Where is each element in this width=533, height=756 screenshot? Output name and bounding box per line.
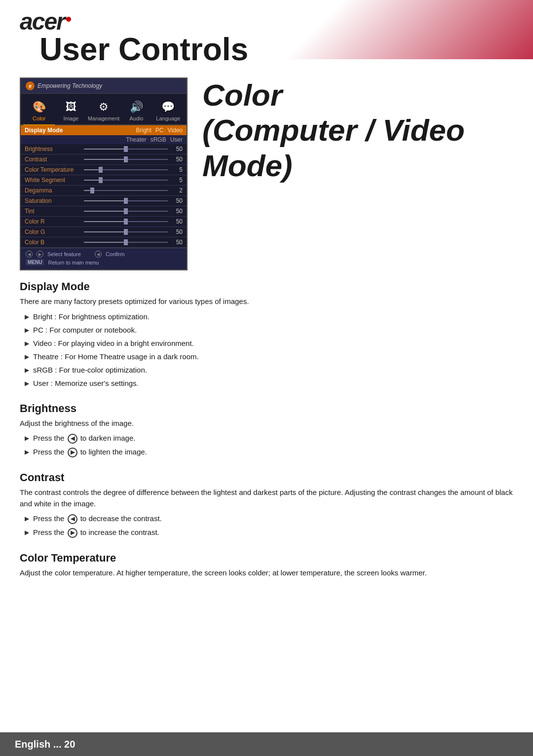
setting-color-g: Color G 50 <box>21 227 187 237</box>
osd-tab-color[interactable]: 🎨 Color <box>23 98 55 125</box>
mode-video[interactable]: Video <box>168 127 183 134</box>
osd-tab-language[interactable]: 💬 Language <box>152 98 184 124</box>
bullet-arrow-icon: ▶ <box>25 340 29 348</box>
management-tab-icon: ⚙ <box>95 100 113 114</box>
brightness-bullets: ▶ Press the ◀ to darken image. ▶ Press t… <box>20 433 513 457</box>
setting-color-r: Color R 50 <box>21 217 187 227</box>
list-item: ▶Video : For playing video in a bright e… <box>25 338 513 348</box>
language-tab-icon: 💬 <box>159 100 177 114</box>
contrast-bullets: ▶ Press the ◀ to decrease the contrast. … <box>20 513 513 538</box>
footer: English ... 20 <box>0 732 533 756</box>
right-arrow-btn: ▶ <box>68 528 77 538</box>
osd-tabs: 🎨 Color 🖼 Image ⚙ Management 🔊 Audio 💬 <box>21 94 187 125</box>
setting-contrast: Contrast 50 <box>21 154 187 165</box>
menu-btn[interactable]: MENU <box>26 259 44 265</box>
mode-row2: Theater sRGB User <box>21 135 187 144</box>
left-btn[interactable]: ◀ <box>26 251 33 258</box>
confirm-label: Confirm <box>106 251 125 257</box>
right-arrow-btn: ▶ <box>68 448 77 457</box>
setting-brightness: Brightness 50 <box>21 144 187 154</box>
brightness-title: Brightness <box>20 402 513 415</box>
mode-options-row1: Bright PC Video <box>136 127 183 134</box>
footer-text: English ... 20 <box>15 739 75 750</box>
image-tab-label: Image <box>63 115 78 121</box>
image-tab-icon: 🖼 <box>62 100 80 114</box>
menu-label: Return to main menu <box>48 260 99 265</box>
osd-header-text: Empowering Technology <box>38 82 102 89</box>
display-mode-title: Display Mode <box>20 280 513 293</box>
left-arrow-btn: ◀ <box>68 434 77 444</box>
right-content: Color (Computer / Video Mode) <box>202 77 513 270</box>
select-label: Select feature <box>47 251 81 257</box>
bottom-menu: MENU Return to main menu <box>26 259 182 265</box>
color-tab-icon: 🎨 <box>30 100 48 114</box>
audio-tab-label: Audio <box>129 115 143 121</box>
color-temp-intro: Adjust the color temperature. At higher … <box>20 567 513 579</box>
bullet-arrow-icon: ▶ <box>25 434 29 443</box>
list-item: ▶PC : For computer or notebook. <box>25 325 513 335</box>
mode-user[interactable]: User <box>170 136 183 143</box>
osd-tab-management[interactable]: ⚙ Management <box>87 98 120 124</box>
contrast-intro: The contrast controls the degree of diff… <box>20 487 513 509</box>
section-brightness: Brightness Adjust the brightness of the … <box>20 402 513 458</box>
contrast-title: Contrast <box>20 471 513 484</box>
setting-degamma: Degamma 2 <box>21 186 187 196</box>
left-arrow-btn: ◀ <box>68 514 77 524</box>
bullet-arrow-icon: ▶ <box>25 313 29 321</box>
page-title: User Controls <box>20 31 513 77</box>
bullet-arrow-icon: ▶ <box>25 515 29 523</box>
right-btn[interactable]: ▶ <box>37 251 43 258</box>
setting-color-temp: Color Temperature 5 <box>21 165 187 175</box>
list-item: ▶ Press the ◀ to decrease the contrast. <box>25 513 513 524</box>
mode-theater[interactable]: Theater <box>126 136 146 143</box>
color-tab-label: Color <box>33 115 45 121</box>
acer-logo: acer <box>20 10 513 34</box>
osd-bottom-controls: ◀ ▶ Select feature ◀ Confirm MENU Return… <box>21 248 187 269</box>
list-item: ▶ Press the ▶ to lighten the image. <box>25 447 513 457</box>
empowering-icon: e <box>26 81 35 90</box>
setting-tint: Tint 50 <box>21 206 187 217</box>
display-mode-row: Display Mode Bright PC Video <box>21 125 187 135</box>
bullet-arrow-icon: ▶ <box>25 529 29 537</box>
list-item: ▶ Press the ▶ to increase the contrast. <box>25 527 513 538</box>
management-tab-label: Management <box>88 115 119 121</box>
list-item: ▶sRGB : For true-color optimization. <box>25 365 513 375</box>
confirm-btn[interactable]: ◀ <box>95 251 102 258</box>
bullet-arrow-icon: ▶ <box>25 379 29 388</box>
list-item: ▶Bright : For brightness optimization. <box>25 311 513 322</box>
bullet-arrow-icon: ▶ <box>25 448 29 456</box>
bullet-arrow-icon: ▶ <box>25 353 29 361</box>
section-display-mode: Display Mode There are many factory pres… <box>20 280 513 388</box>
section-contrast: Contrast The contrast controls the degre… <box>20 471 513 538</box>
list-item: ▶User : Memorize user's settings. <box>25 378 513 388</box>
setting-white-segment: White Segment 5 <box>21 175 187 186</box>
bottom-select: ◀ ▶ Select feature ◀ Confirm <box>26 251 182 258</box>
display-mode-intro: There are many factory presets optimized… <box>20 296 513 307</box>
logo-dot <box>66 17 71 22</box>
brightness-intro: Adjust the brightness of the image. <box>20 418 513 429</box>
section-italic-title: Color (Computer / Video Mode) <box>202 77 513 183</box>
display-mode-bullets: ▶Bright : For brightness optimization. ▶… <box>20 311 513 388</box>
description-sections: Display Mode There are many factory pres… <box>0 270 533 632</box>
section-color-temperature: Color Temperature Adjust the color tempe… <box>20 552 513 579</box>
osd-panel: e Empowering Technology 🎨 Color 🖼 Image … <box>20 77 188 270</box>
mode-pc[interactable]: PC <box>155 127 164 134</box>
osd-header: e Empowering Technology <box>21 78 187 94</box>
list-item: ▶ Press the ◀ to darken image. <box>25 433 513 444</box>
color-temp-title: Color Temperature <box>20 552 513 565</box>
osd-tab-audio[interactable]: 🔊 Audio <box>120 98 152 124</box>
bullet-arrow-icon: ▶ <box>25 326 29 335</box>
language-tab-label: Language <box>156 115 180 121</box>
setting-saturation: Saturation 50 <box>21 196 187 206</box>
mode-bright[interactable]: Bright <box>136 127 151 134</box>
display-mode-label: Display Mode <box>25 127 133 134</box>
audio-tab-icon: 🔊 <box>127 100 145 114</box>
bullet-arrow-icon: ▶ <box>25 366 29 375</box>
list-item: ▶Theatre : For Home Theatre usage in a d… <box>25 351 513 362</box>
mode-srgb[interactable]: sRGB <box>151 136 166 143</box>
logo-text: acer <box>20 10 65 34</box>
osd-settings: Brightness 50 Contrast <box>21 144 187 248</box>
setting-color-b: Color B 50 <box>21 237 187 248</box>
osd-tab-image[interactable]: 🖼 Image <box>55 98 86 124</box>
